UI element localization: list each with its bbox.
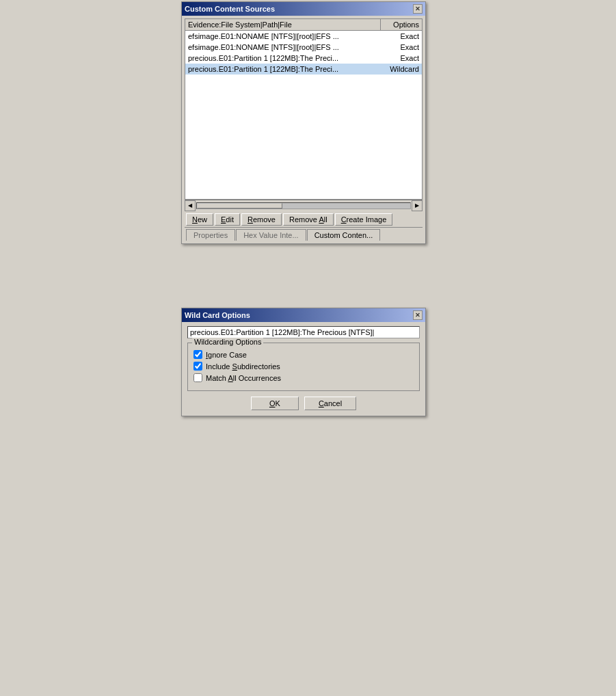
wco-content: Wildcarding Options Ignore Case Include … bbox=[182, 322, 425, 416]
wildcard-options-dialog: Wild Card Options ✕ Wildcarding Options … bbox=[181, 308, 426, 416]
wco-group-legend: Wildcarding Options bbox=[192, 338, 263, 346]
ignore-case-label: Ignore Case bbox=[206, 351, 247, 359]
match-all-checkbox[interactable] bbox=[193, 373, 202, 382]
row-options: Wildcard bbox=[381, 64, 422, 74]
ignore-case-checkbox[interactable] bbox=[193, 350, 202, 359]
ccs-tab-row: Properties Hex Value Inte... Custom Cont… bbox=[185, 227, 423, 241]
remove-button[interactable]: Remove bbox=[241, 213, 282, 226]
scroll-track[interactable] bbox=[196, 202, 411, 209]
row-options: Exact bbox=[381, 42, 422, 52]
row-options: Exact bbox=[381, 53, 422, 63]
col-header-evidence[interactable]: Evidence:File System|Path|File bbox=[185, 19, 381, 30]
wco-buttons-row: OK Cancel bbox=[187, 397, 420, 410]
ccs-table-container: Evidence:File System|Path|File Options e… bbox=[185, 18, 423, 200]
ccs-buttons-row: New Edit Remove Remove All Create Image bbox=[185, 211, 423, 227]
include-subdirs-checkbox[interactable] bbox=[193, 362, 202, 371]
scroll-left-button[interactable]: ◀ bbox=[185, 200, 196, 211]
include-subdirs-label: Include Subdirectories bbox=[206, 362, 280, 371]
ignore-case-row: Ignore Case bbox=[193, 350, 414, 359]
ccs-close-button[interactable]: ✕ bbox=[413, 4, 423, 14]
create-image-button[interactable]: Create Image bbox=[335, 213, 393, 226]
ccs-titlebar: Custom Content Sources ✕ bbox=[182, 2, 425, 16]
custom-content-sources-dialog: Custom Content Sources ✕ Evidence:File S… bbox=[181, 1, 426, 244]
tab-custom-content[interactable]: Custom Conten... bbox=[307, 229, 381, 241]
edit-button[interactable]: Edit bbox=[215, 213, 240, 226]
new-button[interactable]: New bbox=[186, 213, 213, 226]
wco-titlebar: Wild Card Options ✕ bbox=[182, 308, 425, 322]
ccs-title: Custom Content Sources bbox=[185, 5, 275, 13]
row-evidence: precious.E01:Partition 1 [122MB]:The Pre… bbox=[185, 64, 381, 74]
wco-path-input[interactable] bbox=[187, 326, 420, 338]
wco-title: Wild Card Options bbox=[185, 311, 250, 319]
remove-all-button[interactable]: Remove All bbox=[283, 213, 334, 226]
table-row[interactable]: precious.E01:Partition 1 [122MB]:The Pre… bbox=[185, 64, 422, 75]
scroll-thumb[interactable] bbox=[197, 203, 282, 209]
match-all-label: Match All Occurrences bbox=[206, 374, 281, 382]
include-subdirs-row: Include Subdirectories bbox=[193, 362, 414, 371]
table-row[interactable]: efsimage.E01:NONAME [NTFS]|[root]|EFS ..… bbox=[185, 31, 422, 42]
ok-button[interactable]: OK bbox=[251, 397, 299, 410]
ccs-table-header: Evidence:File System|Path|File Options bbox=[185, 19, 422, 31]
table-row[interactable]: efsimage.E01:NONAME [NTFS]|[root]|EFS ..… bbox=[185, 42, 422, 53]
tab-hex-value[interactable]: Hex Value Inte... bbox=[236, 229, 306, 241]
table-row[interactable]: precious.E01:Partition 1 [122MB]:The Pre… bbox=[185, 53, 422, 64]
row-options: Exact bbox=[381, 31, 422, 41]
tab-properties[interactable]: Properties bbox=[186, 229, 235, 241]
match-all-row: Match All Occurrences bbox=[193, 373, 414, 382]
ccs-content: Evidence:File System|Path|File Options e… bbox=[182, 16, 425, 243]
row-evidence: precious.E01:Partition 1 [122MB]:The Pre… bbox=[185, 53, 381, 63]
cancel-button[interactable]: Cancel bbox=[304, 397, 356, 410]
ccs-table-body[interactable]: efsimage.E01:NONAME [NTFS]|[root]|EFS ..… bbox=[185, 31, 422, 197]
wco-options-group: Wildcarding Options Ignore Case Include … bbox=[187, 343, 420, 391]
horizontal-scrollbar[interactable]: ◀ ▶ bbox=[185, 200, 423, 211]
wco-close-button[interactable]: ✕ bbox=[413, 310, 423, 320]
row-evidence: efsimage.E01:NONAME [NTFS]|[root]|EFS ..… bbox=[185, 42, 381, 52]
row-evidence: efsimage.E01:NONAME [NTFS]|[root]|EFS ..… bbox=[185, 31, 381, 41]
scroll-right-button[interactable]: ▶ bbox=[412, 200, 423, 211]
col-header-options[interactable]: Options bbox=[381, 19, 422, 30]
